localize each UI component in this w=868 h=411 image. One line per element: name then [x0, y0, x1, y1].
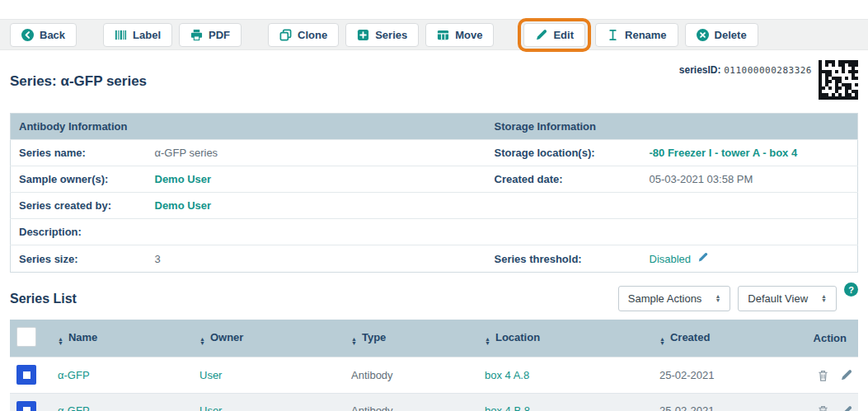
delete-sample-icon[interactable] [817, 404, 829, 411]
column-label-location: Location [495, 331, 540, 343]
clone-icon [279, 29, 292, 41]
series-label: Series [375, 29, 407, 41]
sort-icon [659, 338, 665, 345]
storage-information-header: Storage Information [486, 114, 858, 140]
back-icon [21, 29, 34, 41]
rename-cursor-icon [607, 29, 619, 41]
view-select[interactable]: Default View [738, 286, 837, 311]
info-row-description: Description: [11, 219, 858, 245]
help-icon[interactable]: ? [844, 283, 858, 297]
info-row-series-name: Series name: α-GFP series Storage locati… [11, 140, 858, 166]
sample-created-date: 25-02-2021 [653, 393, 803, 411]
info-row-sample-owner: Sample owner(s): Demo User Created date:… [11, 166, 858, 193]
series-button[interactable]: Series [345, 23, 419, 47]
pdf-label: PDF [209, 29, 230, 41]
toolbar-group-organize: Clone Series Move [268, 23, 494, 47]
series-list-title: Series List [10, 292, 77, 306]
delete-sample-icon[interactable] [817, 369, 829, 382]
row-checkbox[interactable] [16, 401, 36, 411]
sample-location-link[interactable]: box 4 B.8 [485, 404, 530, 411]
sort-icon [199, 338, 205, 345]
toolbar-group-print: Label PDF [103, 23, 242, 47]
sample-owner-label: Sample owner(s): [11, 166, 147, 193]
toolbar-group-modify: Edit Rename Delete [520, 23, 758, 47]
select-arrows-icon [715, 295, 720, 302]
edit-sample-icon[interactable] [840, 369, 852, 381]
move-button[interactable]: Move [425, 23, 494, 47]
storage-location-link[interactable]: -80 Freezer I - tower A - box 4 [650, 147, 798, 159]
sample-actions-select[interactable]: Sample Actions [618, 286, 731, 311]
column-label-created: Created [670, 331, 710, 343]
sample-created-date: 25-02-2021 [653, 357, 803, 394]
add-series-icon [357, 29, 369, 41]
sample-name-link[interactable]: α-GFP [58, 404, 90, 411]
edit-label: Edit [553, 29, 574, 41]
sample-type: Antibody [345, 357, 478, 394]
antibody-information-header: Antibody Information [11, 114, 486, 140]
sample-info-table: Antibody Information Storage Information… [10, 113, 858, 273]
label-button[interactable]: Label [103, 23, 172, 47]
empty-label [486, 219, 641, 245]
clone-button[interactable]: Clone [268, 23, 339, 47]
delete-label: Delete [715, 29, 747, 41]
table-row: α-GFP User Antibody box 4 A.8 25-02-2021 [10, 357, 858, 394]
series-name-label: Series name: [11, 140, 147, 166]
printer-icon [190, 29, 203, 41]
edit-button-highlight-ring: Edit [518, 18, 591, 52]
select-arrows-icon [821, 295, 827, 302]
series-list-controls: Sample Actions Default View ? [618, 286, 858, 311]
description-value [147, 219, 486, 245]
sample-location-link[interactable]: box 4 A.8 [485, 369, 529, 381]
series-created-by-link[interactable]: Demo User [155, 199, 212, 212]
sample-name-link[interactable]: α-GFP [58, 369, 90, 381]
page-title: Series: α-GFP series [10, 73, 147, 90]
pdf-button[interactable]: PDF [179, 23, 242, 47]
pencil-icon [535, 29, 547, 41]
sample-type: Antibody [345, 393, 478, 411]
series-table: Name Owner Type Location Created Action … [10, 320, 858, 411]
info-row-series-size: Series size: 3 Series threshold: Disable… [11, 245, 858, 273]
series-size-label: Series size: [11, 245, 147, 273]
sort-icon [485, 338, 490, 345]
column-header-name[interactable]: Name [51, 320, 193, 357]
clone-label: Clone [298, 29, 327, 41]
delete-circle-icon [697, 29, 709, 41]
column-label-owner: Owner [210, 331, 243, 343]
sort-icon [351, 338, 357, 345]
column-label-type: Type [362, 331, 386, 343]
row-checkbox[interactable] [16, 365, 36, 385]
toolbar: Back Label PDF Clone Series Move [0, 19, 868, 50]
sample-owner-link[interactable]: User [199, 369, 222, 381]
series-created-by-label: Series created by: [11, 193, 147, 219]
column-header-action: Action [803, 320, 858, 357]
sample-owner-link[interactable]: User [199, 404, 222, 411]
toolbar-group-nav: Back [10, 23, 77, 47]
rename-button[interactable]: Rename [595, 23, 678, 47]
edit-button[interactable]: Edit [523, 23, 585, 47]
series-threshold-value: Disabled [650, 253, 692, 265]
select-all-checkbox[interactable] [16, 327, 36, 347]
series-id-text: seriesID: 011000000283326 [679, 63, 812, 76]
delete-button[interactable]: Delete [685, 23, 758, 47]
datamatrix-code [819, 60, 858, 100]
view-selected-value: Default View [748, 292, 808, 305]
created-date-value: 05-03-2021 03:58 PM [641, 166, 858, 193]
info-row-created-by: Series created by: Demo User [11, 193, 858, 219]
series-list-header: Series List Sample Actions Default View … [0, 286, 868, 311]
table-row: α-GFP User Antibody box 4 B.8 25-02-2021 [10, 393, 858, 411]
sample-owner-link[interactable]: Demo User [155, 173, 212, 185]
move-table-icon [437, 29, 449, 41]
column-header-created[interactable]: Created [653, 320, 803, 357]
empty-value [641, 193, 858, 219]
back-button[interactable]: Back [10, 23, 77, 47]
column-header-owner[interactable]: Owner [193, 320, 345, 357]
rename-label: Rename [625, 29, 667, 41]
series-table-header-row: Name Owner Type Location Created Action [10, 320, 858, 357]
series-size-value: 3 [147, 245, 486, 273]
edit-sample-icon[interactable] [840, 405, 852, 411]
edit-threshold-pencil-icon[interactable] [697, 252, 708, 265]
series-id-block: seriesID: 011000000283326 [679, 60, 858, 100]
label-label: Label [133, 29, 161, 41]
column-header-location[interactable]: Location [478, 320, 653, 357]
column-header-type[interactable]: Type [345, 320, 478, 357]
